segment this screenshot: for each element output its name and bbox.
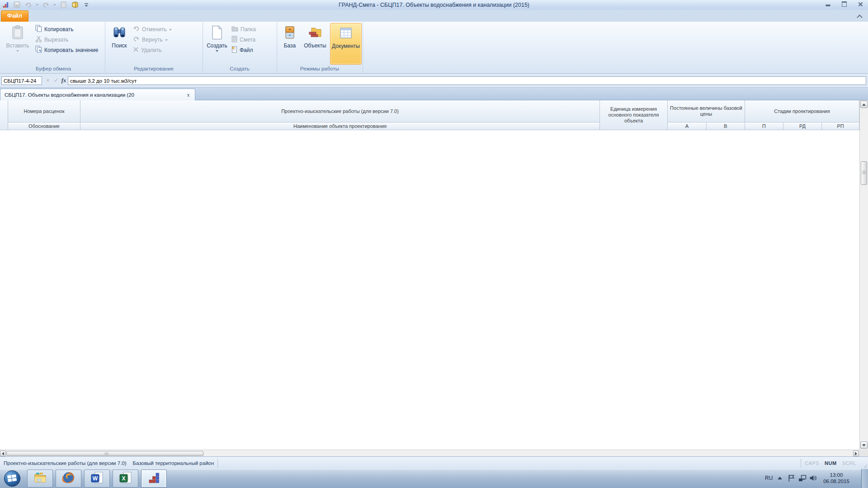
redo-arrow-icon <box>133 36 140 44</box>
status-region: Базовый территориальный район <box>133 460 214 466</box>
subheader-rd[interactable]: РД <box>783 122 822 130</box>
scrollbar-corner <box>859 450 868 456</box>
tray-expand-icon[interactable] <box>778 477 782 479</box>
documents-mode-button[interactable]: Документы <box>330 23 362 65</box>
ribbon-tab-row: Файл <box>0 10 868 22</box>
objects-folder-icon <box>308 26 322 41</box>
header-gutter <box>0 100 8 130</box>
name-box[interactable] <box>1 76 42 85</box>
clock-time: 13:00 <box>820 472 853 478</box>
close-button[interactable] <box>857 1 863 7</box>
copy-value-button[interactable]: Копировать значение <box>35 45 98 55</box>
title-bar: ГРАНД-Смета - СБЦП17. Объекты водоснабже… <box>0 0 868 10</box>
estimate-button[interactable]: Смета <box>231 35 255 45</box>
explorer-icon <box>34 472 47 485</box>
action-center-flag-icon[interactable] <box>788 474 795 482</box>
scroll-down-icon[interactable] <box>860 441 868 449</box>
excel-icon: X <box>119 471 132 486</box>
subheader-a[interactable]: А <box>668 122 707 130</box>
taskbar-excel-button[interactable]: X <box>113 469 138 488</box>
ribbon: Вставить Копировать Вырезать Копироват <box>0 22 868 74</box>
delete-button[interactable]: Удалить <box>133 45 162 55</box>
paste-clipboard-icon <box>11 25 24 42</box>
num-indicator: NUM <box>825 460 837 466</box>
scroll-up-icon[interactable] <box>860 101 868 108</box>
price-table <box>0 130 859 450</box>
subheader-rp[interactable]: РП <box>822 122 859 130</box>
language-indicator[interactable]: RU <box>765 475 773 481</box>
subheader-object-name[interactable]: Наименование объекта проектирования <box>80 122 600 130</box>
formula-input[interactable] <box>68 76 866 85</box>
subheader-p[interactable]: П <box>745 122 783 130</box>
tab-file[interactable]: Файл <box>1 10 28 22</box>
svg-text:W: W <box>92 475 98 482</box>
folder-button[interactable]: Папка <box>231 24 256 34</box>
group-editing: Поиск Отменить Вернуть Удалит <box>105 22 203 72</box>
copy-value-icon <box>35 46 42 55</box>
horizontal-scrollbar[interactable] <box>0 450 859 456</box>
network-icon[interactable] <box>798 475 807 482</box>
objects-mode-button[interactable]: Объекты <box>302 23 328 64</box>
collapse-ribbon-icon[interactable] <box>858 14 862 17</box>
subheader-b[interactable]: В <box>707 122 745 130</box>
taskbar-explorer-button[interactable] <box>27 469 53 488</box>
show-desktop-button[interactable] <box>861 469 868 488</box>
subheader-justification[interactable]: Обоснование <box>8 122 80 130</box>
group-create: Создать Папка Смета Файл <box>203 22 277 72</box>
start-button[interactable] <box>4 470 21 487</box>
taskbar-clock[interactable]: 13:00 06.08.2015 <box>820 472 853 484</box>
paste-button[interactable]: Вставить <box>5 23 31 52</box>
taskbar-firefox-button[interactable] <box>56 469 81 488</box>
header-stages[interactable]: Стадии проектирования <box>745 100 859 122</box>
base-mode-button[interactable]: База <box>279 23 300 64</box>
volume-icon[interactable] <box>809 474 817 482</box>
grand-smeta-icon <box>148 471 160 486</box>
create-button[interactable]: Создать <box>205 23 229 52</box>
clock-date: 06.08.2015 <box>820 478 853 484</box>
folder-icon <box>231 25 238 33</box>
restore-button[interactable] <box>841 1 847 7</box>
confirm-icon[interactable]: ✓ <box>52 77 60 84</box>
vertical-scroll-thumb[interactable] <box>861 161 867 185</box>
taskbar-word-button[interactable]: W <box>84 469 110 488</box>
minimize-button[interactable] <box>825 1 831 7</box>
document-tab[interactable]: СБЦП17. Объекты водоснабжения и канализа… <box>0 89 195 100</box>
vertical-scrollbar[interactable] <box>859 100 868 450</box>
tab-close-icon[interactable]: x <box>184 91 192 99</box>
group-caption-modes: Режимы работы <box>277 66 363 71</box>
header-unit[interactable]: Единица измерения основного показателя о… <box>600 100 668 130</box>
undo-menu-icon <box>169 29 172 31</box>
taskbar-grand-smeta-button[interactable] <box>141 469 167 488</box>
header-numbers[interactable]: Номера расценок <box>8 100 80 122</box>
horizontal-scroll-thumb[interactable] <box>6 451 203 456</box>
undo-button[interactable]: Отменить <box>133 24 172 34</box>
document-tab-strip: СБЦП17. Объекты водоснабжения и канализа… <box>0 88 868 100</box>
scrl-indicator: SCRL <box>842 460 856 466</box>
base-cabinet-icon <box>283 26 296 41</box>
taskbar: W X RU 13:00 06.08.2015 <box>0 469 868 488</box>
redo-menu-icon <box>165 39 168 41</box>
delete-x-icon <box>133 46 139 54</box>
search-button[interactable]: Поиск <box>108 23 130 49</box>
new-file-icon <box>231 46 237 55</box>
function-icon[interactable]: fx <box>60 77 67 84</box>
scroll-left-icon[interactable] <box>0 450 6 456</box>
window-title: ГРАНД-Смета - СБЦП17. Объекты водоснабже… <box>0 0 868 10</box>
copy-button[interactable]: Копировать <box>35 24 74 34</box>
header-base-price[interactable]: Постоянные величины базовой цены <box>668 100 745 122</box>
cancel-icon[interactable]: × <box>44 77 52 84</box>
svg-text:X: X <box>122 475 125 482</box>
scroll-right-icon[interactable] <box>853 450 859 456</box>
firefox-icon <box>62 471 75 486</box>
paste-dropdown-icon <box>16 50 19 52</box>
group-modes: База Объекты Документы Режимы работы <box>277 22 363 72</box>
document-tab-label: СБЦП17. Объекты водоснабжения и канализа… <box>5 92 184 98</box>
estimate-doc-icon <box>231 36 237 44</box>
formula-bar: × ✓ fx <box>0 74 868 88</box>
group-caption-editing: Редактирование <box>105 66 203 71</box>
file-button[interactable]: Файл <box>231 45 253 55</box>
undo-arrow-icon <box>133 25 140 33</box>
cut-button[interactable]: Вырезать <box>35 35 68 45</box>
header-works[interactable]: Проектно-изыскательские работы (для верс… <box>80 100 600 122</box>
redo-button[interactable]: Вернуть <box>133 35 168 45</box>
